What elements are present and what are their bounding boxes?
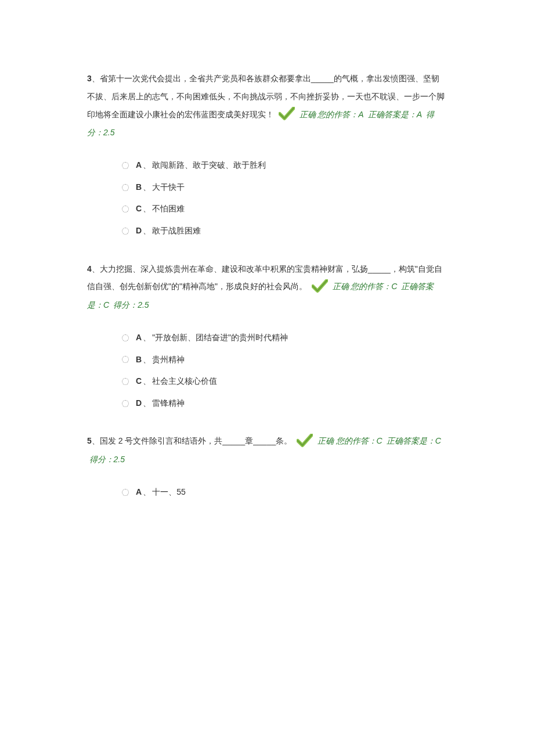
option-item[interactable]: D、敢于战胜困难 (122, 225, 447, 237)
radio-icon[interactable] (122, 228, 129, 235)
score-prefix: 得分： (89, 455, 114, 464)
option-item[interactable]: A、十一、55 (122, 487, 447, 498)
stem-text: 、国发 2 号文件除引言和结语外，共_____章_____条。 (92, 436, 292, 445)
option-item[interactable]: D、雷锋精神 (122, 398, 447, 409)
question-block: 4、大力挖掘、深入提炼贵州在革命、建设和改革中积累的宝贵精神财富，弘扬_____… (87, 260, 447, 409)
radio-icon[interactable] (122, 334, 129, 341)
correct-answer: C (435, 436, 441, 445)
option-text: 十一、55 (152, 487, 186, 496)
checkmark-icon (297, 434, 313, 448)
option-label: A、"开放创新、团结奋进"的贵州时代精神 (136, 332, 288, 344)
option-label: D、敢于战胜困难 (136, 225, 201, 237)
correct-answer-prefix: 正确答案是： (368, 110, 417, 119)
your-answer: A (358, 110, 363, 119)
option-item[interactable]: C、社会主义核心价值 (122, 376, 447, 387)
correct-answer: A (417, 110, 422, 119)
radio-icon[interactable] (122, 400, 129, 407)
checkmark-icon (312, 279, 328, 293)
radio-icon[interactable] (122, 489, 129, 496)
your-answer-prefix: 您的作答： (336, 437, 377, 445)
status-label: 正确 (300, 110, 316, 119)
your-answer-prefix: 您的作答： (351, 282, 391, 291)
your-answer-prefix: 您的作答： (317, 110, 358, 119)
option-item[interactable]: B、大干快干 (122, 182, 447, 193)
your-answer: C (391, 282, 397, 291)
radio-icon[interactable] (122, 378, 129, 385)
score-value: 2.5 (138, 300, 149, 309)
option-text: 贵州精神 (152, 355, 185, 364)
option-text: 雷锋精神 (152, 398, 185, 408)
question-number: 3 (87, 74, 92, 83)
option-letter: B (136, 182, 142, 192)
option-text: 大干快干 (152, 182, 185, 192)
question-number: 5 (87, 436, 92, 445)
question-block: 5、国发 2 号文件除引言和结语外，共_____章_____条。 正确 您的作答… (87, 432, 447, 498)
radio-icon[interactable] (122, 162, 129, 169)
radio-icon[interactable] (122, 206, 129, 213)
question-stem: 3、省第十一次党代会提出，全省共产党员和各族群众都要拿出_____的气概，拿出发… (87, 70, 447, 142)
option-letter: C (136, 376, 142, 386)
option-letter: D (136, 398, 142, 408)
option-letter: A (136, 160, 142, 170)
option-letter: C (136, 204, 142, 213)
option-letter: B (136, 355, 142, 364)
options-list: A、敢闯新路、敢于突破、敢于胜利 B、大干快干 C、不怕困难 D、敢于战胜困难 (122, 160, 447, 236)
checkmark-icon (279, 107, 295, 121)
status-label: 正确 (333, 282, 349, 291)
option-text: 不怕困难 (152, 204, 185, 213)
question-stem: 4、大力挖掘、深入提炼贵州在革命、建设和改革中积累的宝贵精神财富，弘扬_____… (87, 260, 447, 315)
option-label: B、贵州精神 (136, 354, 185, 366)
option-letter: A (136, 487, 142, 496)
score-value: 2.5 (103, 128, 114, 137)
option-text: 敢于战胜困难 (152, 226, 201, 235)
correct-answer-prefix: 正确答案是： (387, 437, 435, 445)
options-list: A、十一、55 (122, 487, 447, 498)
your-answer: C (377, 436, 383, 445)
option-letter: A (136, 333, 142, 342)
option-text: "开放创新、团结奋进"的贵州时代精神 (152, 333, 288, 342)
option-text: 社会主义核心价值 (152, 376, 217, 386)
option-label: A、敢闯新路、敢于突破、敢于胜利 (136, 160, 266, 171)
correct-answer: C (103, 300, 109, 309)
radio-icon[interactable] (122, 356, 129, 363)
option-text: 敢闯新路、敢于突破、敢于胜利 (152, 160, 266, 170)
radio-icon[interactable] (122, 184, 129, 191)
option-label: B、大干快干 (136, 182, 185, 193)
option-label: C、不怕困难 (136, 203, 185, 215)
question-block: 3、省第十一次党代会提出，全省共产党员和各族群众都要拿出_____的气概，拿出发… (87, 70, 447, 237)
option-item[interactable]: A、"开放创新、团结奋进"的贵州时代精神 (122, 332, 447, 344)
score-prefix: 得分： (113, 301, 138, 309)
option-item[interactable]: A、敢闯新路、敢于突破、敢于胜利 (122, 160, 447, 171)
score-value: 2.5 (114, 455, 125, 464)
options-list: A、"开放创新、团结奋进"的贵州时代精神 B、贵州精神 C、社会主义核心价值 D… (122, 332, 447, 409)
question-stem: 5、国发 2 号文件除引言和结语外，共_____章_____条。 正确 您的作答… (87, 432, 447, 469)
question-number: 4 (87, 264, 92, 273)
option-letter: D (136, 226, 142, 235)
option-item[interactable]: C、不怕困难 (122, 203, 447, 215)
status-label: 正确 (317, 437, 334, 445)
option-item[interactable]: B、贵州精神 (122, 354, 447, 366)
option-label: C、社会主义核心价值 (136, 376, 217, 387)
option-label: A、十一、55 (136, 487, 186, 498)
option-label: D、雷锋精神 (136, 398, 185, 409)
